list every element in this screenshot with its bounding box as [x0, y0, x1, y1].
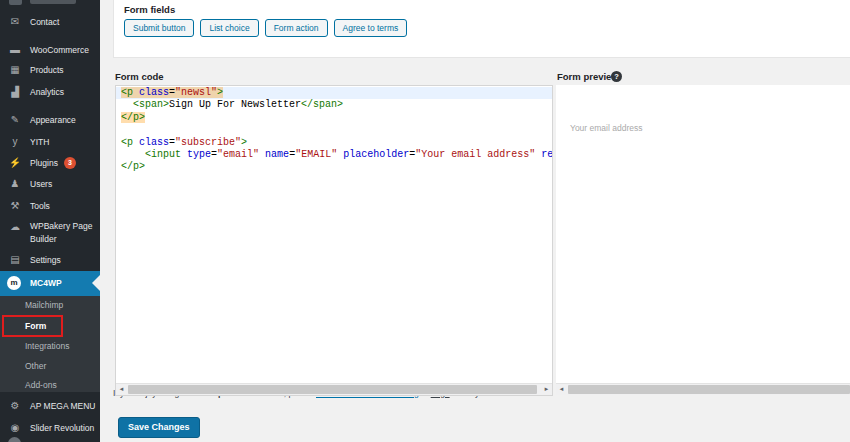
sidebar-item-label: Mailchimp [25, 296, 63, 314]
code-token: class [139, 137, 169, 148]
save-changes-button[interactable]: Save Changes [118, 417, 200, 438]
editor-scrollbar-thumb[interactable] [128, 385, 537, 394]
scroll-left-arrow-icon[interactable]: ◄ [116, 384, 127, 395]
code-token: > [241, 137, 247, 148]
woocommerce-icon: ▬ [7, 40, 23, 60]
code-token: <p [121, 137, 133, 148]
sidebar-item-slider-revolution[interactable]: ◉Slider Revolution [0, 418, 100, 438]
current-menu-arrow-icon [92, 275, 100, 291]
form-preview-label: Form preview [557, 71, 619, 82]
sidebar-item-form[interactable]: Form [0, 317, 100, 335]
sidebar-item-analytics[interactable]: ▟Analytics [0, 82, 100, 102]
code-token: <p [121, 87, 133, 98]
code-token: class [139, 87, 169, 98]
code-line: <span>Sign Up For Newsletter</span> [116, 99, 552, 111]
sidebar-item-label: Form [25, 317, 46, 335]
code-token: <input [145, 149, 181, 160]
code-token: "email" [217, 149, 259, 160]
preview-horizontal-scrollbar[interactable]: ◄ [556, 383, 850, 395]
sidebar-item-add-ons[interactable]: Add-ons [0, 376, 100, 394]
clipped-menu-item-label [30, 0, 76, 4]
code-token: "Your email address" [415, 149, 535, 160]
plugin-icon: ⚡ [7, 153, 23, 173]
form-code-label: Form code [115, 71, 164, 82]
sidebar-item-mailchimp[interactable]: Mailchimp [0, 296, 100, 314]
brush-icon: ✎ [7, 110, 23, 130]
scroll-right-arrow-icon[interactable]: ► [541, 384, 552, 395]
envelope-icon: ✉ [7, 12, 23, 32]
code-line: </p> [116, 112, 552, 124]
settings-icon: ▤ [7, 250, 23, 270]
form-fields-button-row: Submit buttonList choiceForm actionAgree… [124, 19, 407, 37]
sidebar-item-integrations[interactable]: Integrations [0, 337, 100, 355]
add-submit-button-button[interactable]: Submit button [124, 19, 194, 37]
sidebar-item-products[interactable]: ▦Products [0, 60, 100, 80]
clipped-menu-item-icon [9, 0, 22, 5]
products-box-icon: ▦ [7, 60, 23, 80]
code-token: "subscribe" [175, 137, 241, 148]
sidebar-item-other[interactable]: Other [0, 357, 100, 375]
add-list-choice-button[interactable]: List choice [200, 19, 258, 37]
main-content: Form fields Submit buttonList choiceForm… [100, 0, 850, 442]
code-token: name [265, 149, 289, 160]
sidebar-item-label: MC4WP [30, 271, 62, 296]
sidebar-item-label: Settings [30, 250, 61, 270]
code-token [121, 99, 133, 110]
sidebar-item-settings[interactable]: ▤Settings [0, 250, 100, 270]
preview-scrollbar-thumb[interactable] [568, 385, 850, 394]
gear-icon: ⚙ [7, 396, 23, 416]
code-line [116, 124, 552, 136]
sidebar-item-contact[interactable]: ✉Contact [0, 12, 100, 32]
sidebar-item-label: Add-ons [25, 376, 57, 394]
matching-tag-highlight: <p class="newsl"> [121, 87, 223, 98]
slider-revolution-icon: ◉ [7, 418, 23, 438]
sidebar-item-label: WPBakery Page Builder [30, 220, 92, 246]
tools-icon: ⚒ [7, 196, 23, 216]
sidebar-item-appearance[interactable]: ✎Appearance [0, 110, 100, 130]
add-form-action-button[interactable]: Form action [265, 19, 328, 37]
code-token: "newsl" [175, 87, 217, 98]
sidebar-item-label: Integrations [25, 337, 69, 355]
code-token: type [187, 149, 211, 160]
sidebar-item-mc4wp[interactable]: mMC4WP [0, 271, 100, 296]
code-token: Sign Up For Newsletter [169, 99, 301, 110]
code-token: </p> [121, 112, 145, 123]
code-token [121, 149, 145, 160]
sidebar-item-label: Users [30, 174, 52, 194]
scroll-left-arrow-icon[interactable]: ◄ [556, 384, 567, 395]
update-count-badge: 3 [64, 157, 76, 169]
editor-horizontal-scrollbar[interactable]: ◄ ► [116, 383, 552, 395]
sidebar-item-wpbakery-page-builder[interactable]: ☁WPBakery Page Builder [0, 217, 100, 245]
sidebar-item-tools[interactable]: ⚒Tools [0, 196, 100, 216]
code-line: <p class="subscribe"> [116, 137, 552, 149]
preview-email-placeholder: Your email address [570, 123, 642, 133]
add-agree-to-terms-button[interactable]: Agree to terms [334, 19, 408, 37]
code-line: <input type="email" name="EMAIL" placeho… [116, 149, 552, 161]
code-token: </span> [301, 99, 343, 110]
sidebar-item-ap-mega-menu[interactable]: ⚙AP MEGA MENU [0, 396, 100, 416]
code-token: </p> [121, 161, 145, 172]
help-icon[interactable]: ? [611, 71, 622, 82]
wpbakery-icon: ☁ [7, 217, 23, 237]
sidebar-item-users[interactable]: ♟Users [0, 174, 100, 194]
form-preview-pane: Your email address [556, 85, 850, 383]
sidebar-item-label: WooCommerce [30, 40, 89, 60]
admin-sidebar: ✉Contact▬WooCommerce▦Products▟Analytics✎… [0, 0, 100, 442]
sidebar-item-yith[interactable]: yYITH [0, 132, 100, 152]
code-token: placeholder [343, 149, 409, 160]
code-token: <span> [133, 99, 169, 110]
mc4wp-icon: m [7, 276, 21, 290]
mc4wp-form-admin-page: ✉Contact▬WooCommerce▦Products▟Analytics✎… [0, 0, 850, 442]
sidebar-item-label: Tools [30, 196, 50, 216]
sidebar-item-label: Appearance [30, 110, 76, 130]
form-code-editor[interactable]: <p class="newsl"> <span>Sign Up For News… [115, 85, 553, 396]
sidebar-item-plugins[interactable]: ⚡Plugins3 [0, 153, 100, 173]
matching-tag-highlight: </p> [121, 112, 145, 123]
code-token: > [217, 87, 223, 98]
form-fields-panel: Form fields Submit buttonList choiceForm… [113, 0, 850, 58]
code-line: <p class="newsl"> [116, 87, 552, 99]
sidebar-item-woocommerce[interactable]: ▬WooCommerce [0, 40, 100, 60]
sidebar-item-label: Products [30, 60, 64, 80]
code-area[interactable]: <p class="newsl"> <span>Sign Up For News… [116, 87, 552, 383]
sidebar-item-label: Slider Revolution [30, 418, 94, 438]
